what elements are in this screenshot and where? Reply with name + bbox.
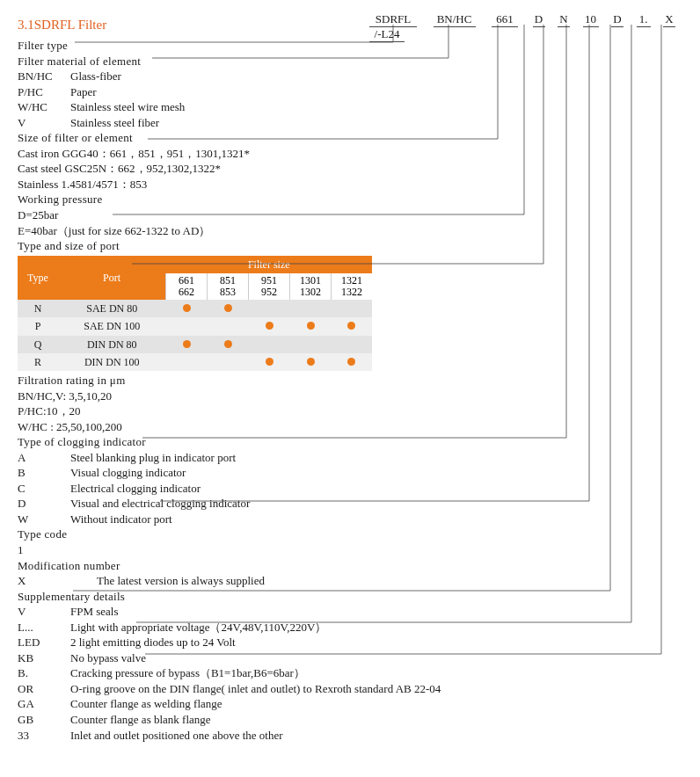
supp-desc: O-ring groove on the DIN flange( inlet a… <box>70 681 682 697</box>
supp-code: L... <box>18 620 70 635</box>
material-row: BN/HCGlass-fiber <box>18 69 682 84</box>
size-col-head: 13011302 <box>290 273 332 300</box>
supp-row: 33Inlet and outlet positioned one above … <box>18 728 682 744</box>
wp-line: E=40bar（just for size 662-1322 to AD） <box>18 223 682 239</box>
row-port: DIN DN 80 <box>58 336 166 353</box>
row-port: SAE DN 80 <box>58 300 166 317</box>
head-clogging: Type of clogging indicator <box>18 434 682 450</box>
head-supplementary: Supplementary details <box>18 589 682 605</box>
head-typecode: Type code <box>18 526 682 542</box>
port-cell <box>208 317 249 335</box>
clogging-row: BVisual clogging indicator <box>18 465 682 481</box>
clogging-code: C <box>18 481 70 497</box>
part-seg-9: X <box>663 12 675 27</box>
size-line: Cast steel GSC25N：662，952,1302,1322* <box>18 161 682 177</box>
supp-desc: Cracking pressure of bypass（B1=1bar,B6=6… <box>70 665 682 681</box>
material-code: V <box>18 115 70 131</box>
supp-desc: Inlet and outlet positioned one above th… <box>70 728 682 744</box>
dot-icon <box>266 322 273 330</box>
table-row: RDIN DN 100 <box>18 353 372 371</box>
port-cell <box>290 300 332 317</box>
port-cell <box>208 300 249 317</box>
port-cell <box>290 336 332 353</box>
clogging-desc: Steel blanking plug in indicator port <box>70 450 682 466</box>
row-port: DIN DN 100 <box>58 353 166 371</box>
supp-row: B.Cracking pressure of bypass（B1=1bar,B6… <box>18 665 682 681</box>
typecode-value: 1 <box>18 542 682 558</box>
content: Filter type Filter material of element B… <box>18 38 682 743</box>
supp-desc: 2 light emitting diodes up to 24 Volt <box>70 635 682 650</box>
head-port: Type and size of port <box>18 238 682 254</box>
dot-icon <box>183 340 191 348</box>
size-line: Stainless 1.4581/4571：853 <box>18 177 682 192</box>
port-cell <box>249 317 290 335</box>
size-col-head: 951952 <box>249 273 290 300</box>
table-row: NSAE DN 80 <box>18 300 372 317</box>
port-cell <box>332 300 373 317</box>
supp-row: VFPM seals <box>18 604 682 620</box>
supp-row: ORO-ring groove on the DIN flange( inlet… <box>18 681 682 697</box>
material-row: VStainless steel fiber <box>18 115 682 131</box>
supp-row: GACounter flange as welding flange <box>18 696 682 712</box>
port-table-type-head: Type <box>18 256 58 301</box>
part-seg-6: 10 <box>583 12 599 27</box>
port-cell <box>166 336 208 353</box>
supp-code: B. <box>18 665 70 681</box>
size-line: Cast iron GGG40：661，851，951，1301,1321* <box>18 146 682 162</box>
clogging-code: W <box>18 512 70 527</box>
supp-code: 33 <box>18 728 70 744</box>
port-cell <box>332 336 373 353</box>
clogging-desc: Without indicator port <box>70 512 682 527</box>
head-modification: Modification number <box>18 558 682 574</box>
part-seg-3: 661 <box>492 12 518 27</box>
supp-code: OR <box>18 681 70 697</box>
dot-icon <box>307 322 315 330</box>
supp-code: KB <box>18 650 70 666</box>
port-table-filter-size-head: Filter size <box>166 256 373 273</box>
part-seg-7: D <box>611 12 623 27</box>
material-row: P/HCPaper <box>18 84 682 100</box>
clogging-row: DVisual and electrical clogging indicato… <box>18 496 682 512</box>
supp-desc: No bypass valve <box>70 650 682 666</box>
part-seg-2: BN/HC <box>434 12 476 27</box>
material-code: W/HC <box>18 99 70 115</box>
port-cell <box>249 336 290 353</box>
material-code: BN/HC <box>18 69 70 84</box>
material-row: W/HCStainless steel wire mesh <box>18 99 682 115</box>
part-seg-1: SDRFL <box>369 12 417 27</box>
port-cell <box>166 300 208 317</box>
material-desc: Stainless steel fiber <box>70 115 682 131</box>
dot-icon <box>307 358 315 366</box>
port-cell <box>166 317 208 335</box>
part-seg-5: N <box>558 12 570 27</box>
port-cell <box>249 300 290 317</box>
dot-icon <box>224 340 232 348</box>
material-desc: Glass-fiber <box>70 69 682 84</box>
clogging-row: WWithout indicator port <box>18 512 682 527</box>
mod-code: X <box>18 573 97 589</box>
port-cell <box>208 353 249 371</box>
supp-row: L...Light with appropriate voltage（24V,4… <box>18 620 682 635</box>
row-type: N <box>18 300 58 317</box>
port-table-port-head: Port <box>58 256 166 301</box>
dot-icon <box>347 322 355 330</box>
filtration-line: W/HC : 25,50,100,200 <box>18 419 682 435</box>
part-number-row: SDRFL BN/HC 661 D N 10 D 1. X /-L24 <box>369 12 700 42</box>
port-table: Type Port Filter size 661662851853951952… <box>18 256 372 371</box>
supp-desc: Counter flange as blank flange <box>70 712 682 728</box>
part-seg-10: /-L24 <box>369 27 405 42</box>
mod-desc: The latest version is always supplied <box>97 573 682 589</box>
clogging-row: CElectrical clogging indicator <box>18 481 682 497</box>
port-cell <box>166 353 208 371</box>
material-desc: Paper <box>70 84 682 100</box>
row-type: R <box>18 353 58 371</box>
table-row: PSAE DN 100 <box>18 317 372 335</box>
head-filtration: Filtration rating in μm <box>18 373 682 388</box>
supp-row: KBNo bypass valve <box>18 650 682 666</box>
supp-desc: Light with appropriate voltage（24V,48V,1… <box>70 620 682 635</box>
supp-row: GBCounter flange as blank flange <box>18 712 682 728</box>
port-cell <box>290 353 332 371</box>
port-cell <box>332 353 373 371</box>
material-desc: Stainless steel wire mesh <box>70 99 682 115</box>
clogging-row: ASteel blanking plug in indicator port <box>18 450 682 466</box>
